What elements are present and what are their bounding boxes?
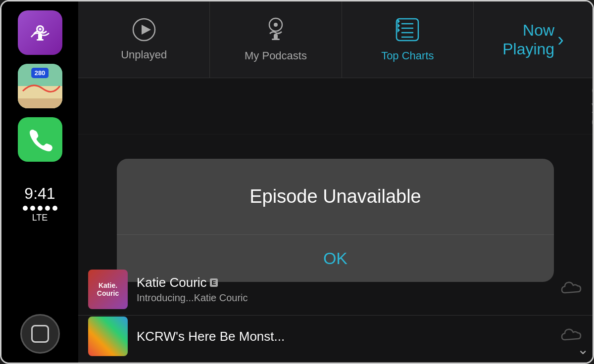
kcrw-title: KCRW's Here Be Monst... [137, 329, 552, 344]
signal-dot-3 [38, 206, 43, 211]
list-item-text-katie: Katie Couric E Introducing...Katie Couri… [137, 275, 552, 304]
signal-dot-4 [45, 206, 50, 211]
thumbnail-kcrw [88, 317, 128, 356]
svg-marker-17 [397, 23, 400, 28]
tab-unplayed-label: Unplayed [121, 48, 167, 61]
home-button-inner [31, 325, 49, 343]
svg-point-8 [274, 23, 278, 27]
signal-dot-1 [23, 206, 28, 211]
tab-now-playing[interactable]: Now Playing › [474, 1, 593, 78]
list-item-katie[interactable]: Katie.Couric Katie Couric E Introducing.… [78, 264, 593, 316]
tab-my-podcasts-label: My Podcasts [245, 49, 307, 62]
svg-marker-18 [397, 28, 400, 33]
tab-my-podcasts[interactable]: My Podcasts [210, 1, 342, 78]
content-area: Call your girlfriend Episode Unavailable… [78, 78, 593, 363]
signal-dot-5 [52, 206, 57, 211]
dialog-title: Episode Unavailable [132, 186, 539, 207]
scroll-indicator[interactable]: ⌄ [573, 78, 593, 363]
my-podcasts-icon [264, 17, 288, 46]
katie-title-row: Katie Couric E [137, 275, 552, 290]
list-item-kcrw[interactable]: KCRW's Here Be Monst... [78, 311, 593, 363]
list-bottom-items: Katie.Couric Katie Couric E Introducing.… [78, 264, 593, 316]
svg-marker-6 [142, 25, 151, 35]
phone-app-icon[interactable] [18, 117, 62, 162]
tab-top-charts[interactable]: Top Charts [342, 1, 474, 78]
maps-app-icon[interactable]: 280 [18, 64, 62, 108]
svg-rect-3 [38, 33, 42, 40]
top-charts-icon [395, 17, 420, 46]
tab-top-charts-label: Top Charts [381, 49, 434, 62]
now-playing-content: Now Playing › [502, 21, 564, 59]
tab-unplayed[interactable]: Unplayed [78, 1, 210, 78]
chevron-right-icon: › [557, 29, 564, 50]
now-playing-label: Now Playing [502, 21, 554, 59]
svg-marker-16 [397, 19, 400, 24]
dialog-body: Episode Unavailable [117, 159, 554, 234]
home-button[interactable] [20, 314, 60, 354]
top-nav: Unplayed My Podcasts [78, 1, 593, 78]
thumbnail-katie: Katie.Couric [88, 270, 128, 309]
list-bottom-kcrw: KCRW's Here Be Monst... [78, 311, 593, 363]
chevron-down-icon: ⌄ [577, 341, 589, 358]
sidebar: 280 9:41 LTE [1, 1, 78, 363]
katie-subtitle: Introducing...Katie Couric [137, 292, 552, 304]
signal-dot-2 [30, 206, 35, 211]
svg-rect-4 [37, 39, 44, 41]
play-icon [132, 18, 156, 45]
list-item-text-kcrw: KCRW's Here Be Monst... [137, 329, 552, 344]
svg-point-2 [39, 28, 41, 31]
explicit-badge: E [210, 278, 218, 287]
podcasts-app-icon[interactable] [18, 10, 62, 55]
svg-rect-10 [272, 39, 280, 40]
lte-label: LTE [23, 213, 57, 223]
status-time: 9:41 LTE [23, 181, 57, 223]
katie-title: Katie Couric [137, 275, 207, 290]
main-content: Unplayed My Podcasts [78, 1, 593, 363]
